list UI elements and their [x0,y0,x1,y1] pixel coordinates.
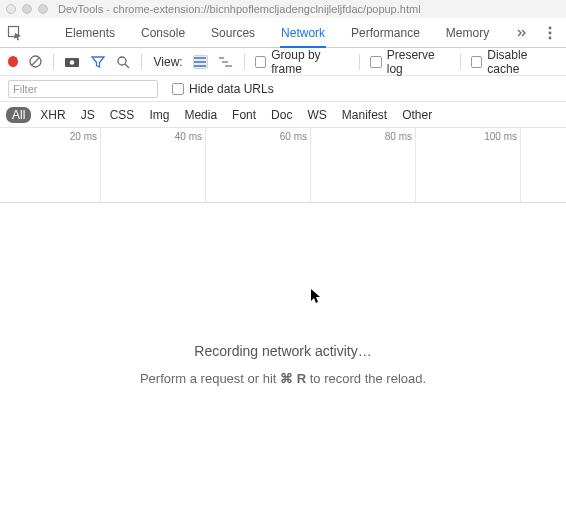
tab-elements[interactable]: Elements [52,18,128,47]
panel-tabs: Elements Console Sources Network Perform… [52,18,502,47]
timeline-overview[interactable]: 20 ms 40 ms 60 ms 80 ms 100 ms [0,128,566,203]
tab-console[interactable]: Console [128,18,198,47]
network-requests-area: Recording network activity… Perform a re… [0,203,566,513]
checkbox-label: Group by frame [271,48,349,76]
empty-state-line1: Recording network activity… [0,343,566,359]
network-toolbar: View: Group by frame Preserve log Disabl… [0,48,566,76]
svg-point-1 [549,26,552,29]
type-pill-xhr[interactable]: XHR [34,107,71,123]
timeline-tick-label: 40 ms [175,131,205,142]
type-pill-font[interactable]: Font [226,107,262,123]
svg-rect-13 [219,57,224,59]
empty-state-text: Perform a request or hit [140,371,280,386]
screenshot-icon[interactable] [64,54,80,70]
checkbox-box [370,56,381,68]
traffic-close[interactable] [6,4,16,14]
svg-point-7 [70,60,75,65]
svg-point-3 [549,36,552,39]
panel-tabs-row: Elements Console Sources Network Perform… [0,18,566,48]
type-pill-css[interactable]: CSS [104,107,141,123]
mouse-cursor-icon [310,288,322,307]
timeline-gridline [205,128,206,202]
filter-input[interactable] [8,80,158,98]
svg-line-5 [32,58,40,66]
group-by-frame-checkbox[interactable]: Group by frame [255,48,350,76]
timeline-tick-label: 20 ms [70,131,100,142]
shortcut-key: R [297,371,306,386]
record-button[interactable] [8,56,18,67]
resource-type-filters: All XHR JS CSS Img Media Font Doc WS Man… [0,102,566,128]
empty-state-message: Recording network activity… Perform a re… [0,343,566,386]
inspect-element-icon[interactable] [6,24,24,42]
view-label: View: [154,55,183,69]
timeline-gridline [310,128,311,202]
timeline-gridline [520,128,521,202]
svg-rect-15 [225,65,232,67]
filter-icon[interactable] [90,54,105,70]
timeline-tick-label: 60 ms [280,131,310,142]
search-icon[interactable] [116,54,131,70]
type-pill-other[interactable]: Other [396,107,438,123]
timeline-tick-label: 100 ms [484,131,520,142]
toolbar-divider [244,54,245,70]
timeline-gridline [100,128,101,202]
kebab-menu-icon[interactable] [540,23,560,43]
toolbar-divider [141,54,142,70]
type-pill-doc[interactable]: Doc [265,107,298,123]
disable-cache-checkbox[interactable]: Disable cache [471,48,558,76]
type-pill-img[interactable]: Img [143,107,175,123]
type-pill-manifest[interactable]: Manifest [336,107,393,123]
filter-row: Hide data URLs [0,76,566,102]
clear-button[interactable] [28,54,43,70]
shortcut-modifier: ⌘ [280,371,293,386]
type-pill-js[interactable]: JS [75,107,101,123]
window-title: DevTools - chrome-extension://bicnhpofle… [58,3,421,15]
tab-sources[interactable]: Sources [198,18,268,47]
svg-point-8 [118,57,126,65]
toolbar-divider [359,54,360,70]
checkbox-box [471,56,482,68]
checkbox-label: Preserve log [387,48,450,76]
toolbar-divider [460,54,461,70]
empty-state-text: to record the reload. [306,371,426,386]
checkbox-box [255,56,266,68]
traffic-zoom[interactable] [38,4,48,14]
view-large-rows-button[interactable] [193,55,208,69]
svg-line-9 [125,64,129,68]
traffic-minimize[interactable] [22,4,32,14]
svg-point-2 [549,31,552,34]
tabs-overflow-button[interactable] [512,23,532,43]
tab-performance[interactable]: Performance [338,18,433,47]
tab-memory[interactable]: Memory [433,18,502,47]
preserve-log-checkbox[interactable]: Preserve log [370,48,450,76]
tab-network[interactable]: Network [268,18,338,47]
svg-rect-14 [222,61,228,63]
type-pill-media[interactable]: Media [178,107,223,123]
window-titlebar: DevTools - chrome-extension://bicnhpofle… [0,0,566,18]
checkbox-label: Disable cache [487,48,558,76]
type-pill-ws[interactable]: WS [301,107,332,123]
timeline-gridline [415,128,416,202]
timeline-tick-label: 80 ms [385,131,415,142]
type-pill-all[interactable]: All [6,107,31,123]
checkbox-label: Hide data URLs [189,82,274,96]
window-traffic-lights [6,4,48,14]
toolbar-divider [53,54,54,70]
empty-state-line2: Perform a request or hit ⌘ R to record t… [0,371,566,386]
checkbox-box [172,83,184,95]
hide-data-urls-checkbox[interactable]: Hide data URLs [172,82,274,96]
view-waterfall-button[interactable] [218,55,234,69]
